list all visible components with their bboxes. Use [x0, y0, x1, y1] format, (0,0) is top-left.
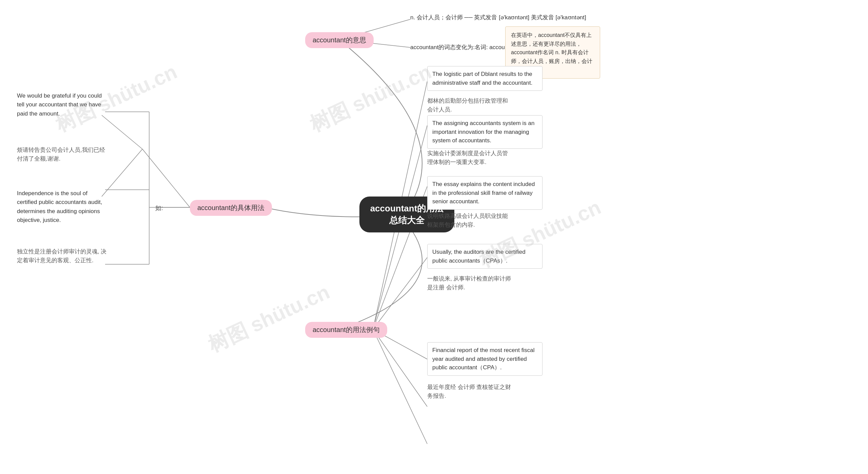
svg-line-11 — [373, 329, 427, 407]
right-item-4-zh: 一般说来, 从事审计检查的审计师是注册 会计师. — [427, 274, 512, 292]
right-item-2-zh: 实施会计委派制度是会计人员管理体制的一项重大变革. — [427, 149, 512, 167]
left-item-2-en: Independence is the soul of certified pu… — [17, 189, 107, 225]
right-item-2-en: The assigning accountants system is an i… — [427, 115, 542, 149]
mind-map: accountant的用法总结大全 accountant的意思 n. 会计人员；… — [0, 0, 868, 474]
meaning-node: accountant的意思 — [305, 32, 374, 48]
watermark-4: 树图 shütu.cn — [204, 279, 334, 359]
svg-line-3 — [102, 115, 142, 149]
svg-line-2 — [142, 149, 190, 207]
left-item-1-en: We would be grateful if you could tell y… — [17, 91, 107, 118]
right-item-1-zh: 都林的后勤部分包括行政管理和会计人员. — [427, 97, 512, 115]
usage-node: accountant的具体用法 — [190, 200, 272, 216]
svg-line-12 — [373, 329, 427, 444]
examples-node: accountant的用法例句 — [305, 322, 387, 338]
right-item-5-en: Financial report of the most recent fisc… — [427, 342, 542, 376]
right-item-1-en: The logistic part of Dblant results to t… — [427, 66, 542, 91]
pronunciation-line: n. 会计人员；会计师 ── 英式发音 [ə'kaʊntənt] 美式发音 [ə… — [410, 14, 586, 21]
watermark-2: 树图 shütu.cn — [305, 58, 436, 139]
svg-line-4 — [102, 149, 142, 197]
right-item-3-en: The essay explains the content included … — [427, 176, 542, 210]
right-item-4-en: Usually, the auditors are the certified … — [427, 244, 542, 269]
right-item-5-zh: 最近年度经 会计师 查核签证之财务报告. — [427, 383, 512, 401]
svg-line-9 — [373, 257, 427, 329]
right-item-3-zh: 说明铁路高级会计人员职业技能框架所包含的内容. — [427, 212, 512, 230]
left-item-2-zh: 独立性是注册会计师审计的灵魂, 决定着审计意见的客观、公正性. — [17, 247, 107, 265]
label-ru: 如: — [155, 204, 163, 212]
left-item-1-zh: 烦请转告贵公司会计人员,我们已经付清了全额,谢谢. — [17, 146, 107, 164]
